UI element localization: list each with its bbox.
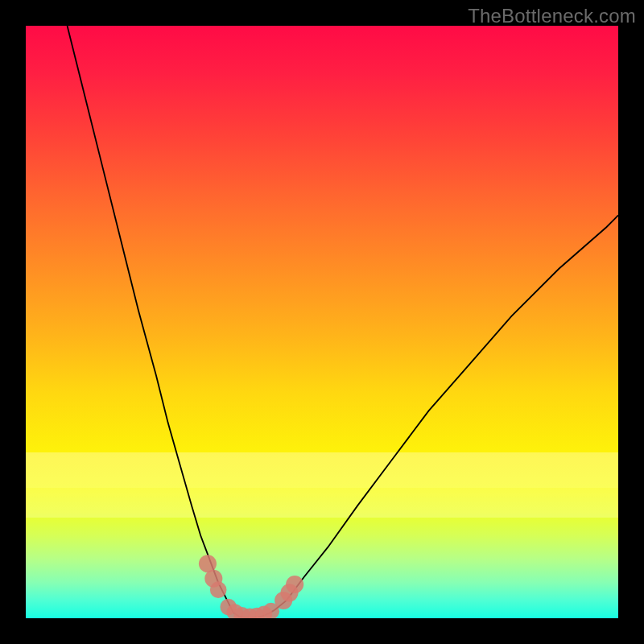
curve-marker xyxy=(210,581,227,598)
marker-group xyxy=(199,555,303,618)
chart-svg xyxy=(26,26,618,618)
watermark-text: TheBottleneck.com xyxy=(468,5,636,27)
plot-area xyxy=(26,26,618,618)
bottleneck-curve xyxy=(68,26,618,617)
curve-marker xyxy=(286,576,303,593)
